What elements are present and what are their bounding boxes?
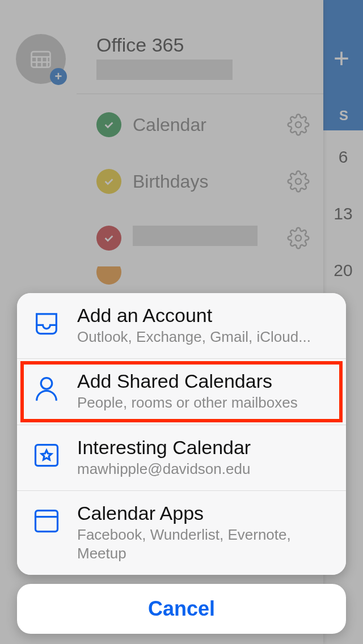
account-title: Office 365 <box>96 34 323 56</box>
add-event-icon[interactable]: + <box>334 43 349 74</box>
sheet-item-title: Add an Account <box>77 304 311 327</box>
calendar-row[interactable]: Birthdays <box>96 153 310 210</box>
sheet-item-calendar-apps[interactable]: Calendar Apps Facebook, Wunderlist, Ever… <box>17 491 346 575</box>
sheet-item-title: Interesting Calendar <box>77 437 251 459</box>
calendar-list: Calendar Birthdays <box>96 96 310 289</box>
calendar-row[interactable]: Calendar <box>96 96 310 153</box>
calendar-name-redacted <box>133 226 287 251</box>
sheet-item-subtitle: Outlook, Exchange, Gmail, iCloud... <box>77 328 311 346</box>
calendar-icon <box>31 505 62 536</box>
svg-point-6 <box>296 122 301 128</box>
checkmark-icon[interactable] <box>96 266 121 285</box>
sheet-item-title: Calendar Apps <box>77 502 332 524</box>
checkmark-icon[interactable] <box>96 226 121 251</box>
gear-icon[interactable] <box>287 113 310 136</box>
svg-rect-11 <box>36 511 58 532</box>
weekday-label: S <box>339 108 348 124</box>
divider <box>77 94 323 94</box>
calendar-row[interactable] <box>96 266 310 289</box>
sheet-item-subtitle: Facebook, Wunderlist, Evernote, Meetup <box>77 526 332 562</box>
sheet-item-subtitle: mawhipple@davidson.edu <box>77 460 251 478</box>
sheet-item-add-shared-calendars[interactable]: Add Shared Calendars People, rooms or ot… <box>17 359 346 425</box>
date-cell[interactable]: 13 <box>323 190 363 247</box>
account-avatar[interactable]: + <box>16 34 66 84</box>
add-account-badge-icon[interactable]: + <box>50 68 67 85</box>
action-sheet-options: Add an Account Outlook, Exchange, Gmail,… <box>17 293 346 575</box>
calendar-row[interactable] <box>96 210 310 266</box>
calendar-name: Birthdays <box>133 171 287 192</box>
date-column: 6 13 20 <box>323 133 363 303</box>
svg-rect-10 <box>36 444 58 465</box>
svg-point-8 <box>296 235 301 241</box>
sheet-item-subtitle: People, rooms or other mailboxes <box>77 393 298 412</box>
calendar-name: Calendar <box>133 115 287 135</box>
gear-icon[interactable] <box>287 227 310 249</box>
person-icon <box>31 372 62 404</box>
star-calendar-icon <box>31 439 62 471</box>
account-header: Office 365 <box>96 34 323 80</box>
svg-point-7 <box>296 179 301 184</box>
calendar-header-strip: + S <box>323 0 363 130</box>
date-cell[interactable]: 6 <box>323 133 363 190</box>
sheet-item-title: Add Shared Calendars <box>77 370 298 392</box>
cancel-button[interactable]: Cancel <box>17 584 346 634</box>
checkmark-icon[interactable] <box>96 112 121 137</box>
svg-point-9 <box>41 378 52 389</box>
checkmark-icon[interactable] <box>96 169 121 194</box>
inbox-icon <box>31 307 62 338</box>
gear-icon[interactable] <box>287 170 310 193</box>
action-sheet: Add an Account Outlook, Exchange, Gmail,… <box>17 293 346 634</box>
sheet-item-interesting-calendar[interactable]: Interesting Calendar mawhipple@davidson.… <box>17 425 346 492</box>
account-email-redacted <box>96 60 233 80</box>
sheet-item-add-account[interactable]: Add an Account Outlook, Exchange, Gmail,… <box>17 293 346 359</box>
